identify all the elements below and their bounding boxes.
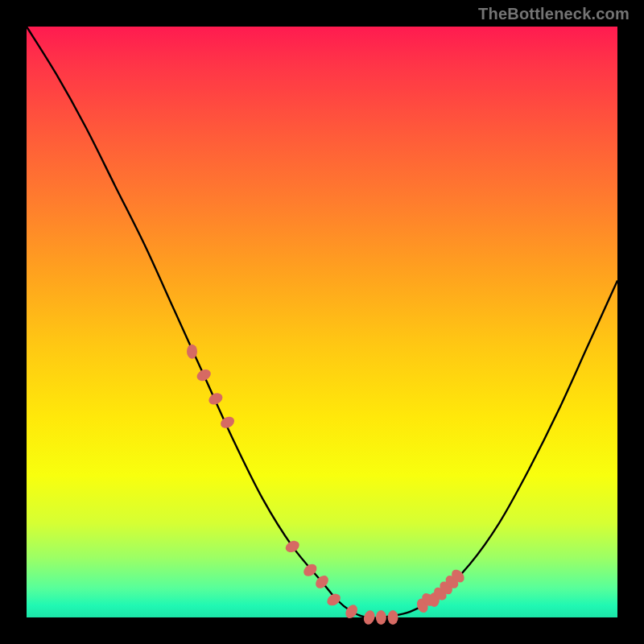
curve-svg [27,27,617,617]
chart-frame: TheBottleneck.com [0,0,644,644]
plot-area [27,27,617,617]
marker-dot [325,592,343,609]
marker-dot [195,367,213,383]
marker-dot [376,610,386,625]
watermark-text: TheBottleneck.com [478,5,630,23]
marker-dot [362,609,377,625]
marker-dot [207,391,225,407]
marker-dot [283,539,301,555]
curve-markers [187,345,467,626]
marker-dot [187,345,197,359]
bottleneck-curve [27,27,617,618]
marker-dot [343,603,360,621]
marker-dot [388,610,398,625]
